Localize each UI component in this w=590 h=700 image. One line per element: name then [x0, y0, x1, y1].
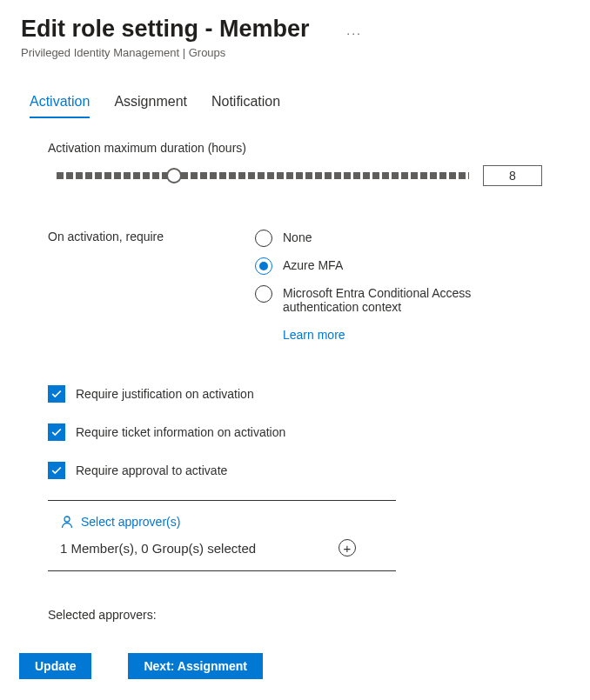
select-approvers-label: Select approver(s) [81, 515, 180, 529]
checkbox-justification[interactable]: Require justification on activation [48, 385, 542, 403]
check-icon [48, 423, 65, 441]
approver-count: 1 Member(s), 0 Group(s) selected [60, 541, 256, 556]
checkbox-justification-label: Require justification on activation [76, 387, 254, 401]
slider-track [57, 172, 469, 179]
add-approver-button[interactable]: + [339, 539, 356, 557]
duration-value[interactable]: 8 [483, 165, 542, 186]
require-label: On activation, require [48, 230, 255, 342]
checkbox-ticket-label: Require ticket information on activation [76, 425, 285, 439]
select-approvers-link[interactable]: Select approver(s) [60, 515, 396, 529]
radio-icon [255, 257, 272, 275]
radio-conditional-label: Microsoft Entra Conditional Access authe… [283, 285, 542, 314]
svg-point-0 [64, 517, 70, 522]
check-icon [48, 462, 65, 479]
tabs: Activation Assignment Notification [0, 87, 590, 118]
radio-azure-mfa-label: Azure MFA [283, 257, 343, 272]
page-title: Edit role setting - Member [21, 16, 569, 43]
radio-conditional-access[interactable]: Microsoft Entra Conditional Access authe… [255, 285, 542, 314]
duration-label: Activation maximum duration (hours) [48, 141, 542, 155]
more-icon[interactable]: ··· [346, 26, 362, 40]
check-icon [48, 385, 65, 403]
update-button[interactable]: Update [19, 653, 91, 679]
divider [48, 500, 396, 501]
next-assignment-button[interactable]: Next: Assignment [128, 653, 263, 679]
checkbox-approval-label: Require approval to activate [76, 463, 227, 477]
radio-icon [255, 285, 272, 303]
checkbox-approval[interactable]: Require approval to activate [48, 462, 542, 479]
tab-notification[interactable]: Notification [211, 87, 280, 118]
person-icon [60, 515, 74, 529]
tab-assignment[interactable]: Assignment [114, 87, 187, 118]
learn-more-link[interactable]: Learn more [283, 328, 345, 342]
tab-activation[interactable]: Activation [30, 87, 90, 118]
selected-approvers-label: Selected approvers: [48, 608, 396, 622]
radio-icon [255, 230, 272, 247]
checkbox-ticket[interactable]: Require ticket information on activation [48, 423, 542, 441]
slider-thumb[interactable] [166, 168, 182, 183]
radio-none[interactable]: None [255, 230, 542, 247]
radio-azure-mfa[interactable]: Azure MFA [255, 257, 542, 275]
divider [48, 570, 396, 571]
radio-none-label: None [283, 230, 312, 244]
duration-slider[interactable] [48, 168, 469, 183]
breadcrumb: Privileged Identity Management | Groups [21, 46, 569, 59]
